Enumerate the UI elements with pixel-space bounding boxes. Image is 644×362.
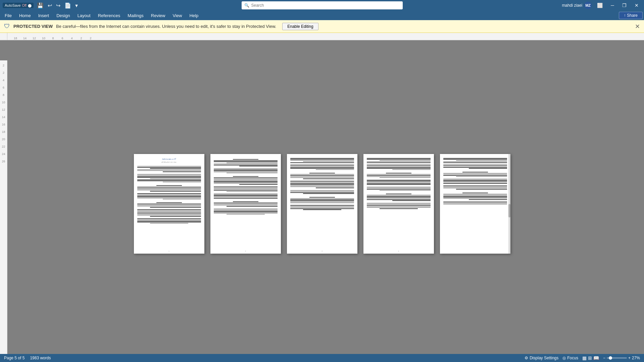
close-btn[interactable]: ✕ — [632, 2, 641, 9]
new-doc-icon[interactable]: 📄 — [63, 2, 72, 9]
menu-item-review[interactable]: Review — [148, 12, 169, 19]
left-ruler: 2 2 4 6 8 10 12 14 16 18 20 22 24 26 — [0, 60, 7, 354]
zoom-level: 27% — [632, 356, 640, 360]
zoom-out-btn[interactable]: − — [603, 356, 605, 360]
print-layout-icon[interactable]: ▦ — [582, 355, 587, 361]
banner-close-button[interactable]: ✕ — [635, 23, 640, 30]
lruler-6: 6 — [3, 84, 4, 91]
ruler-numbers: 18 14 12 10 8 6 4 2 2 — [11, 37, 95, 40]
title-bar-left: AutoSave Off ⬤ 💾 ↩ ↪ 📄 ▾ — [3, 2, 79, 9]
lruler-2a: 2 — [3, 62, 4, 69]
page-4-number: 4 — [398, 250, 399, 252]
status-bar-right: ⚙ Display Settings ◎ Focus ▦ ⊞ 📖 − + 27% — [525, 355, 640, 361]
autosave-icon: ⬤ — [28, 4, 32, 7]
top-ruler: 18 14 12 10 8 6 4 2 2 — [0, 33, 644, 40]
page-1-number: 1 — [168, 250, 169, 252]
document-page-3[interactable]: 3 — [287, 154, 357, 254]
zoom-slider-track[interactable] — [607, 357, 627, 359]
menu-item-view[interactable]: View — [169, 12, 185, 19]
page-1-title: آداب و رسوم مردم شیراز — [137, 158, 201, 160]
restore-btn[interactable]: ❐ — [620, 2, 629, 9]
save-icon[interactable]: 💾 — [36, 2, 45, 9]
lruler-4: 4 — [3, 76, 4, 84]
customize-icon[interactable]: ▾ — [74, 2, 79, 9]
document-page-5[interactable] — [440, 154, 510, 254]
document-page-1[interactable]: آداب و رسوم مردم شیراز نوشته: محمد عسکری… — [134, 154, 204, 254]
menu-item-help[interactable]: Help — [186, 12, 202, 19]
search-input[interactable] — [251, 3, 400, 8]
toolbar-icons: 💾 ↩ ↪ 📄 ▾ — [36, 2, 79, 9]
menu-item-design[interactable]: Design — [53, 12, 73, 19]
enable-editing-button[interactable]: Enable Editing — [282, 23, 318, 30]
lruler-18: 18 — [2, 128, 5, 136]
lruler-26: 26 — [2, 158, 5, 165]
lruler-10: 10 — [2, 99, 5, 106]
ruler-num-18: 18 — [11, 37, 20, 40]
menu-item-insert[interactable]: Insert — [35, 12, 53, 19]
lruler-14: 14 — [2, 113, 5, 121]
lruler-12: 12 — [2, 106, 5, 113]
ruler-num-2: 2 — [77, 37, 86, 40]
share-button[interactable]: ↑ Share — [619, 12, 643, 19]
autosave-toggle[interactable]: AutoSave Off ⬤ — [3, 3, 34, 8]
focus-icon: ◎ — [562, 356, 566, 360]
document-area: 2 2 4 6 8 10 12 14 16 18 20 22 24 26 آدا… — [0, 40, 644, 354]
pages-container: آداب و رسوم مردم شیراز نوشته: محمد عسکری… — [127, 147, 517, 260]
user-info: mahdi ziaei MZ — [562, 2, 592, 9]
ruler-num-10: 10 — [39, 37, 48, 40]
read-mode-icon[interactable]: 📖 — [593, 355, 599, 361]
ribbon-toggle-btn[interactable]: ⬜ — [594, 2, 605, 9]
banner-message: Be careful—files from the Internet can c… — [56, 24, 276, 29]
document-page-4[interactable]: 4 — [363, 154, 434, 254]
zoom-in-btn[interactable]: + — [628, 356, 631, 360]
ruler-num-14: 14 — [20, 37, 30, 40]
search-bar[interactable]: 🔍 — [242, 1, 403, 9]
word-count: 1983 words — [30, 356, 51, 360]
document-page-2[interactable]: 2 — [210, 154, 281, 254]
page-4-content — [363, 154, 434, 213]
lruler-8: 8 — [3, 91, 4, 99]
status-bar: Page 5 of 5 1983 words ⚙ Display Setting… — [0, 354, 644, 362]
ruler-num-6: 6 — [58, 37, 67, 40]
menu-item-file[interactable]: File — [1, 12, 15, 19]
page-1-subtitle: نوشته: محمد عسکری نظام آبادی — [137, 161, 201, 163]
view-icons: ▦ ⊞ 📖 — [582, 355, 599, 361]
redo-icon[interactable]: ↪ — [55, 2, 62, 9]
page-1-content: آداب و رسوم مردم شیراز نوشته: محمد عسکری… — [134, 154, 204, 228]
menu-item-mailings[interactable]: Mailings — [124, 12, 147, 19]
ruler-num-2b: 2 — [86, 37, 95, 40]
focus-btn[interactable]: ◎ Focus — [562, 356, 578, 360]
page-info: Page 5 of 5 — [4, 356, 24, 360]
avatar: MZ — [584, 2, 592, 9]
user-name: mahdi ziaei — [562, 3, 582, 8]
title-bar-right: mahdi ziaei MZ ⬜ ─ ❐ ✕ — [562, 2, 641, 9]
protected-banner: 🛡 PROTECTED VIEW Be careful—files from t… — [0, 20, 644, 33]
protected-label: PROTECTED VIEW — [13, 24, 53, 29]
page-5-content — [440, 154, 510, 209]
page-3-content — [287, 154, 357, 215]
shield-icon: 🛡 — [4, 23, 10, 30]
autosave-state: Off — [22, 4, 27, 7]
minimize-btn[interactable]: ─ — [608, 2, 617, 9]
menu-item-home[interactable]: Home — [16, 12, 34, 19]
menu-item-references[interactable]: References — [95, 12, 123, 19]
page-2-number: 2 — [245, 250, 246, 252]
zoom-controls: − + 27% — [603, 356, 640, 360]
web-layout-icon[interactable]: ⊞ — [588, 355, 592, 361]
undo-icon[interactable]: ↩ — [46, 2, 53, 9]
lruler-16: 16 — [2, 121, 5, 128]
page-2-content — [210, 154, 281, 219]
page-3-number: 3 — [321, 250, 322, 252]
search-icon: 🔍 — [244, 3, 249, 8]
menu-bar: File Home Insert Design Layout Reference… — [0, 11, 644, 20]
lruler-20: 20 — [2, 136, 5, 143]
display-settings-icon: ⚙ — [525, 356, 528, 360]
menu-item-layout[interactable]: Layout — [74, 12, 94, 19]
lruler-2b: 2 — [3, 69, 4, 76]
lruler-22: 22 — [2, 143, 5, 150]
display-settings-btn[interactable]: ⚙ Display Settings — [525, 356, 558, 360]
ruler-num-4: 4 — [67, 37, 77, 40]
title-bar: AutoSave Off ⬤ 💾 ↩ ↪ 📄 ▾ آداب و رسوم مرد… — [0, 0, 644, 11]
ruler-num-8: 8 — [48, 37, 58, 40]
lruler-24: 24 — [2, 150, 5, 158]
